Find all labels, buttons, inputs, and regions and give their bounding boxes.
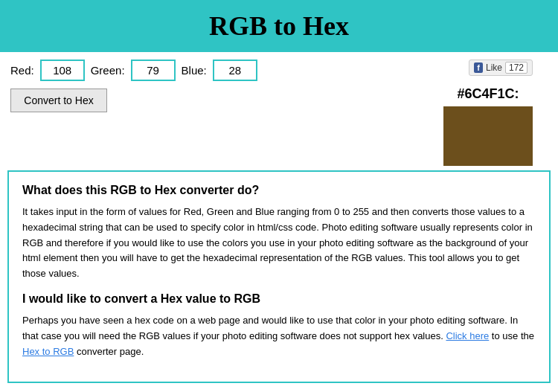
click-here-link[interactable]: Click here bbox=[446, 330, 489, 341]
color-swatch bbox=[443, 106, 533, 166]
hex-result-label: #6C4F1C: bbox=[457, 86, 519, 102]
fb-like-text: Like bbox=[486, 62, 502, 73]
hex-to-rgb-link[interactable]: Hex to RGB bbox=[22, 346, 74, 357]
top-bar: Red: Green: Blue: Convert to Hex f Like … bbox=[0, 52, 558, 170]
page-title: RGB to Hex bbox=[0, 10, 558, 42]
section2-text-start: Perhaps you have seen a hex code on a we… bbox=[22, 315, 518, 341]
left-area: Red: Green: Blue: Convert to Hex bbox=[10, 60, 257, 112]
right-area: f Like 172 #6C4F1C: bbox=[443, 60, 533, 166]
page-header: RGB to Hex bbox=[0, 0, 558, 52]
red-input[interactable] bbox=[40, 60, 85, 81]
section2-paragraph: Perhaps you have seen a hex code on a we… bbox=[22, 313, 536, 359]
fb-logo: f bbox=[474, 62, 483, 73]
info-box: What does this RGB to Hex converter do? … bbox=[7, 170, 551, 383]
section1-heading: What does this RGB to Hex converter do? bbox=[22, 184, 536, 197]
blue-label: Blue: bbox=[182, 64, 207, 77]
fb-like-count: 172 bbox=[505, 62, 527, 74]
blue-input[interactable] bbox=[213, 60, 257, 81]
fb-like-button[interactable]: f Like 172 bbox=[469, 60, 533, 76]
red-label: Red: bbox=[10, 64, 34, 77]
section2-heading: I would like to convert a Hex value to R… bbox=[22, 292, 536, 306]
green-label: Green: bbox=[91, 64, 125, 77]
section2-text-end: converter page. bbox=[74, 346, 144, 357]
section1-paragraph: It takes input in the form of values for… bbox=[22, 205, 536, 282]
inputs-row: Red: Green: Blue: bbox=[10, 60, 257, 81]
green-input[interactable] bbox=[131, 60, 176, 81]
section2-text-mid: to use the bbox=[489, 330, 534, 341]
convert-button[interactable]: Convert to Hex bbox=[10, 89, 107, 112]
